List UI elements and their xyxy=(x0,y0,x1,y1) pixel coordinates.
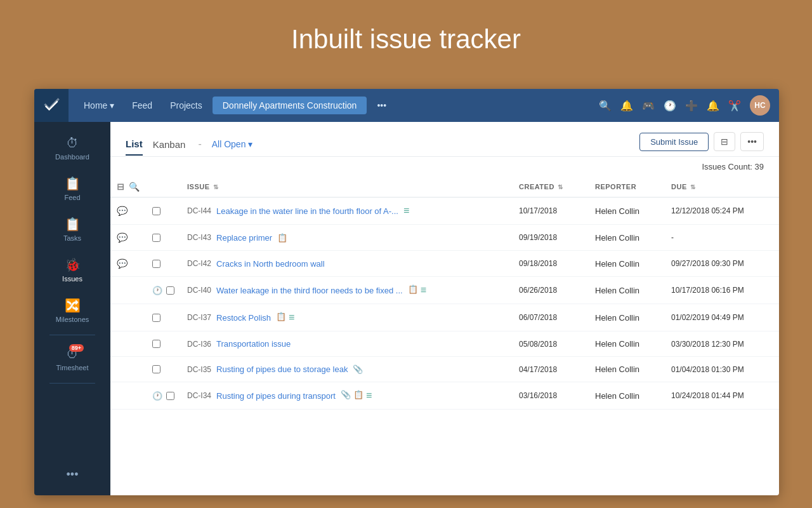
created-cell: 06/26/2018 xyxy=(513,277,589,304)
more-options-button[interactable]: ••• xyxy=(740,132,764,151)
avatar[interactable]: HC xyxy=(750,95,770,116)
issue-title[interactable]: Leakage in the water line in the fourth … xyxy=(216,206,398,216)
sidebar-more-button[interactable]: ••• xyxy=(67,460,79,489)
row-checkbox[interactable] xyxy=(152,234,160,242)
checkbox-cell[interactable] xyxy=(146,225,181,251)
scissors-icon[interactable]: ✂️ xyxy=(728,100,741,112)
comment-cell xyxy=(110,277,146,304)
attach-icon: 📎 xyxy=(353,364,363,374)
issues-table-element: ⊟ 🔍 ISSUE ⇅ CREATED ⇅ REPORT xyxy=(110,177,779,410)
issue-cell: DC-I40Water leakage in the third floor n… xyxy=(181,277,513,304)
issue-title[interactable]: Rusting of pipes due to storage leak xyxy=(216,364,348,374)
checkbox-cell[interactable]: 🕐 xyxy=(146,382,181,410)
issues-icon: 🐞 xyxy=(65,257,81,272)
sidebar-label-milestones: Milestones xyxy=(56,316,89,323)
list-icon: ≡ xyxy=(366,390,372,401)
row-checkbox[interactable] xyxy=(166,286,174,295)
clock-icon[interactable]: 🕐 xyxy=(664,100,676,112)
issue-title[interactable]: Restock Polish xyxy=(216,313,271,323)
row-checkbox[interactable] xyxy=(152,340,160,348)
checkbox-cell[interactable]: 🕐 xyxy=(146,277,181,304)
row-checkbox[interactable] xyxy=(152,365,160,373)
th-checkbox xyxy=(146,177,181,197)
sidebar-item-feed[interactable]: 📋 Feed xyxy=(34,168,110,209)
issue-cell: DC-I44Leakage in the water line in the f… xyxy=(181,197,513,225)
reporter-cell: Helen Collin xyxy=(589,277,665,304)
sidebar-item-milestones[interactable]: 🔀 Milestones xyxy=(34,290,110,331)
clipboard-icon: 📋 xyxy=(277,233,287,243)
due-cell: 03/30/2018 12:30 PM xyxy=(665,331,779,357)
gamepad-icon[interactable]: 🎮 xyxy=(642,100,655,112)
reporter-cell: Helen Collin xyxy=(589,251,665,277)
filter-icon-button[interactable]: ⊟ xyxy=(714,132,735,151)
checkbox-cell[interactable] xyxy=(146,304,181,331)
sidebar-item-dashboard[interactable]: ⏱ Dashboard xyxy=(34,128,110,168)
due-cell: 01/04/2018 01:30 PM xyxy=(665,357,779,382)
issue-cell: DC-I35Rusting of pipes due to storage le… xyxy=(181,357,513,382)
row-checkbox[interactable] xyxy=(152,314,160,322)
attach-icon: 📎 xyxy=(341,390,351,401)
issue-id: DC-I44 xyxy=(187,206,211,215)
issue-title[interactable]: Rusting of pipes during transport xyxy=(216,391,336,401)
checkbox-cell[interactable] xyxy=(146,251,181,277)
app-container: Home ▾ Feed Projects Donnelly Apartments… xyxy=(34,89,779,495)
comment-cell xyxy=(110,304,146,331)
table-row: 🕐DC-I40Water leakage in the third floor … xyxy=(110,277,779,304)
list-icon: ≡ xyxy=(421,284,426,296)
checkbox-cell[interactable] xyxy=(146,357,181,382)
created-cell: 06/07/2018 xyxy=(513,304,589,331)
issue-cell: DC-I37Restock Polish📋≡ xyxy=(181,304,513,331)
table-row: 💬DC-I42Cracks in North bedroom wall09/18… xyxy=(110,251,779,277)
issue-sort-icon: ⇅ xyxy=(213,184,219,190)
table-row: 💬DC-I43Replace primer📋09/19/2018Helen Co… xyxy=(110,225,779,251)
sidebar-item-issues[interactable]: 🐞 Issues xyxy=(34,250,110,290)
table-row: DC-I37Restock Polish📋≡06/07/2018Helen Co… xyxy=(110,304,779,331)
notifications-icon[interactable]: 🔔 xyxy=(620,100,633,112)
table-row: 🕐DC-I34Rusting of pipes during transport… xyxy=(110,382,779,410)
th-created[interactable]: CREATED ⇅ xyxy=(513,177,589,197)
nav-logo[interactable] xyxy=(34,89,69,122)
checkbox-cell[interactable] xyxy=(146,197,181,225)
nav-feed[interactable]: Feed xyxy=(124,97,160,114)
th-due[interactable]: DUE ⇅ xyxy=(665,177,779,197)
issue-cell: DC-I42Cracks in North bedroom wall xyxy=(181,251,513,277)
checkbox-cell[interactable] xyxy=(146,331,181,357)
row-checkbox[interactable] xyxy=(152,207,160,215)
sidebar-label-tasks: Tasks xyxy=(63,234,81,242)
th-reporter: REPORTER xyxy=(589,177,665,197)
search-col-icon[interactable]: 🔍 xyxy=(129,182,140,192)
reporter-cell: Helen Collin xyxy=(589,197,665,225)
search-icon[interactable]: 🔍 xyxy=(599,100,612,112)
add-icon[interactable]: ➕ xyxy=(685,100,698,112)
nav-project-active[interactable]: Donnelly Apartments Construction xyxy=(213,97,367,114)
nav-more[interactable]: ••• xyxy=(369,97,394,114)
clipboard-icon: 📋 xyxy=(408,284,418,296)
bell-icon[interactable]: 🔔 xyxy=(707,100,719,112)
sidebar-item-tasks[interactable]: 📋 Tasks xyxy=(34,209,110,250)
issue-title[interactable]: Water leakage in the third floor needs t… xyxy=(216,286,403,295)
tab-kanban[interactable]: Kanban xyxy=(143,134,196,155)
row-checkbox[interactable] xyxy=(166,392,174,400)
timesheet-badge: 89+ xyxy=(69,344,84,352)
tab-list[interactable]: List xyxy=(126,133,143,156)
sidebar-divider xyxy=(49,335,95,335)
issue-title[interactable]: Replace primer xyxy=(216,233,272,243)
issue-id: DC-I40 xyxy=(187,286,211,295)
issue-cell: DC-I34Rusting of pipes during transport📎… xyxy=(181,382,513,410)
issues-count: Issues Count: 39 xyxy=(110,157,779,177)
filter-dropdown[interactable]: All Open ▾ xyxy=(204,134,261,154)
created-sort-icon: ⇅ xyxy=(558,184,563,190)
issue-title[interactable]: Transportation issue xyxy=(216,339,291,349)
nav-home[interactable]: Home ▾ xyxy=(76,97,122,114)
sidebar-item-timesheet[interactable]: ⏱89+ Timesheet xyxy=(34,339,110,379)
nav-projects[interactable]: Projects xyxy=(162,97,210,114)
reporter-cell: Helen Collin xyxy=(589,225,665,251)
issues-table[interactable]: ⊟ 🔍 ISSUE ⇅ CREATED ⇅ REPORT xyxy=(110,177,779,495)
submit-issue-button[interactable]: Submit Issue xyxy=(639,133,709,151)
comment-cell xyxy=(110,357,146,382)
content-header: List Kanban - All Open ▾ Submit Issue ⊟ … xyxy=(110,122,779,157)
milestones-icon: 🔀 xyxy=(65,298,81,313)
filter-settings-icon[interactable]: ⊟ xyxy=(117,182,125,192)
issue-title[interactable]: Cracks in North bedroom wall xyxy=(216,259,325,269)
row-checkbox[interactable] xyxy=(152,260,160,268)
